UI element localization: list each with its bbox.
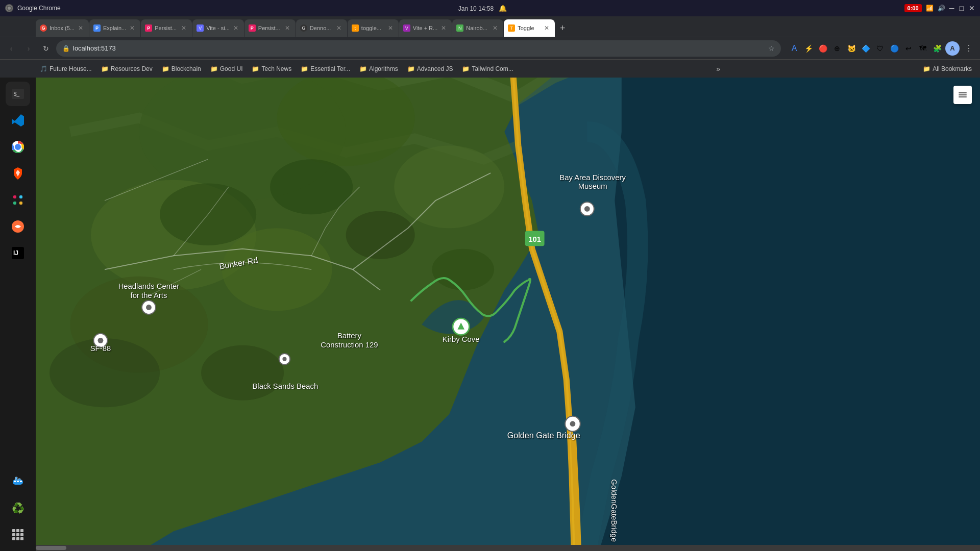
svg-rect-20 bbox=[15, 477, 17, 479]
bookmark-advancedjs[interactable]: 📁 Advanced JS bbox=[403, 63, 457, 75]
svg-rect-26 bbox=[20, 533, 23, 536]
bookmark-tech-news[interactable]: 📁 Tech News bbox=[248, 63, 296, 75]
map-scrollbar[interactable] bbox=[36, 545, 980, 551]
svg-rect-8 bbox=[19, 195, 22, 198]
tab-toggle2[interactable]: T Toggle ✕ bbox=[504, 19, 555, 37]
bookmarks-overflow-btn[interactable]: » bbox=[716, 65, 720, 73]
tab-vite2[interactable]: V Vite + R... ✕ bbox=[399, 19, 452, 37]
url-bar[interactable]: 🔒 localhost:5173 ☆ bbox=[56, 40, 781, 57]
window-controls[interactable]: ─ □ ✕ bbox=[949, 4, 975, 12]
svg-rect-10 bbox=[19, 202, 22, 205]
tab-close-t1[interactable]: ✕ bbox=[386, 24, 395, 32]
sidebar-item-apps[interactable] bbox=[6, 522, 30, 547]
sidebar: $_ bbox=[0, 78, 36, 551]
main-layout: $_ bbox=[0, 78, 980, 551]
tab-close-gh[interactable]: ✕ bbox=[335, 24, 343, 32]
svg-rect-23 bbox=[20, 529, 23, 532]
svg-text:Museum: Museum bbox=[578, 182, 607, 190]
ext-3[interactable]: 🔴 bbox=[817, 42, 829, 55]
svg-text:Bay Area Discovery: Bay Area Discovery bbox=[559, 173, 626, 182]
bookmark-resources-dev[interactable]: 📁 Resources Dev bbox=[97, 63, 157, 75]
ext-2[interactable]: ⚡ bbox=[802, 42, 815, 55]
svg-text:GoldenGateBridge: GoldenGateBridge bbox=[610, 479, 618, 542]
sidebar-item-brave[interactable] bbox=[6, 161, 30, 186]
chrome-circle-icon bbox=[5, 4, 13, 12]
tab-nairobi[interactable]: N Nairob... ✕ bbox=[452, 19, 503, 37]
svg-text:Battery: Battery bbox=[337, 332, 362, 340]
svg-point-42 bbox=[201, 345, 284, 400]
layer-toggle-button[interactable] bbox=[953, 86, 972, 104]
tab-persist3[interactable]: P Persist... ✕ bbox=[244, 19, 296, 37]
bookmark-goodui[interactable]: 📁 Good UI bbox=[206, 63, 247, 75]
back-button[interactable]: ‹ bbox=[4, 41, 18, 56]
bookmarks-bar: 🎵 Future House... 📁 Resources Dev 📁 Bloc… bbox=[0, 59, 980, 78]
svg-rect-18 bbox=[15, 479, 17, 480]
tab-close-nb[interactable]: ✕ bbox=[491, 24, 499, 32]
ext-9[interactable]: ↩ bbox=[902, 42, 915, 55]
sidebar-item-slack[interactable] bbox=[6, 188, 30, 212]
bookmarks-right-area: 📁 All Bookmarks bbox=[919, 63, 976, 75]
svg-point-6 bbox=[16, 145, 20, 149]
sidebar-item-terminal[interactable]: $_ bbox=[6, 82, 30, 106]
sidebar-item-docker[interactable] bbox=[6, 469, 30, 494]
tab-vite1[interactable]: V Vite - si... ✕ bbox=[192, 19, 244, 37]
refresh-button[interactable]: ↻ bbox=[39, 41, 53, 56]
map-svg: 101 Golden Gate Market Bay Area Discover… bbox=[36, 78, 980, 551]
profile-avatar[interactable]: A bbox=[945, 41, 960, 56]
maximize-btn[interactable]: □ bbox=[960, 4, 964, 12]
bookmark-star-icon[interactable]: ☆ bbox=[768, 44, 775, 53]
ext-8[interactable]: 🔵 bbox=[888, 42, 900, 55]
timer-badge: 0:00 bbox=[904, 4, 922, 12]
tab-persist2[interactable]: P Persist... ✕ bbox=[141, 19, 192, 37]
tab-gmail[interactable]: G Inbox (5... ✕ bbox=[36, 19, 89, 37]
sidebar-item-recycle[interactable]: ♻️ bbox=[6, 496, 30, 520]
bookmark-all[interactable]: 📁 All Bookmarks bbox=[919, 63, 976, 75]
svg-point-46 bbox=[146, 305, 152, 310]
tab-favicon-nb: N bbox=[456, 24, 463, 32]
tab-toggle1[interactable]: t toggle... ✕ bbox=[348, 19, 399, 37]
sidebar-item-postman[interactable] bbox=[6, 214, 30, 239]
minimize-btn[interactable]: ─ bbox=[949, 4, 954, 12]
ext-5[interactable]: 🐱 bbox=[845, 42, 857, 55]
sidebar-item-intellij[interactable]: IJ bbox=[6, 241, 30, 265]
tab-close-v1[interactable]: ✕ bbox=[232, 24, 240, 32]
tab-persist1[interactable]: P Explain... ✕ bbox=[89, 19, 140, 37]
tab-close-gmail[interactable]: ✕ bbox=[77, 24, 85, 32]
close-btn[interactable]: ✕ bbox=[969, 4, 975, 12]
ext-10[interactable]: 🗺 bbox=[917, 42, 929, 55]
ext-4[interactable]: ⊕ bbox=[831, 42, 843, 55]
tab-title-v2: Vite + R... bbox=[413, 25, 437, 31]
bookmark-future-house[interactable]: 🎵 Future House... bbox=[36, 63, 96, 75]
app-name: Google Chrome bbox=[17, 5, 61, 12]
svg-point-53 bbox=[570, 421, 576, 427]
network-icon: 📶 bbox=[926, 5, 934, 12]
bookmark-label: Future House... bbox=[50, 65, 92, 72]
tab-close-v2[interactable]: ✕ bbox=[439, 24, 448, 32]
new-tab-button[interactable]: + bbox=[555, 21, 570, 35]
sidebar-item-chrome[interactable] bbox=[6, 135, 30, 159]
tab-title-p1: Explain... bbox=[103, 25, 126, 31]
tab-github[interactable]: G Denno... ✕ bbox=[296, 19, 347, 37]
ext-puzzle[interactable]: 🧩 bbox=[931, 42, 943, 55]
bookmark-tailwind[interactable]: 📁 Tailwind Com... bbox=[458, 63, 517, 75]
tab-close-t2[interactable]: ✕ bbox=[543, 24, 551, 32]
bookmark-algorithms[interactable]: 📁 Algorithms bbox=[355, 63, 402, 75]
bookmark-folder-icon-3: 📁 bbox=[210, 65, 218, 72]
tab-close-p3[interactable]: ✕ bbox=[283, 24, 291, 32]
svg-point-39 bbox=[346, 211, 415, 259]
chrome-menu-btn[interactable]: ⋮ bbox=[962, 41, 976, 56]
tab-close-p2[interactable]: ✕ bbox=[180, 24, 188, 32]
alarm-icon: 🔔 bbox=[499, 5, 507, 12]
ext-6[interactable]: 🔷 bbox=[860, 42, 872, 55]
svg-text:Kirby Cove: Kirby Cove bbox=[443, 335, 480, 343]
bookmark-blockchain[interactable]: 📁 Blockchain bbox=[158, 63, 205, 75]
bookmark-essential[interactable]: 📁 Essential Ter... bbox=[297, 63, 354, 75]
forward-button[interactable]: › bbox=[21, 41, 36, 56]
tab-close-p1[interactable]: ✕ bbox=[128, 24, 136, 32]
tab-favicon-p2: P bbox=[145, 24, 152, 32]
sidebar-item-vscode[interactable] bbox=[6, 108, 30, 133]
ext-7[interactable]: 🛡 bbox=[874, 42, 886, 55]
svg-rect-9 bbox=[13, 202, 16, 205]
bookmark-folder-icon: 📁 bbox=[101, 65, 109, 72]
translate-ext[interactable]: A bbox=[788, 42, 800, 55]
